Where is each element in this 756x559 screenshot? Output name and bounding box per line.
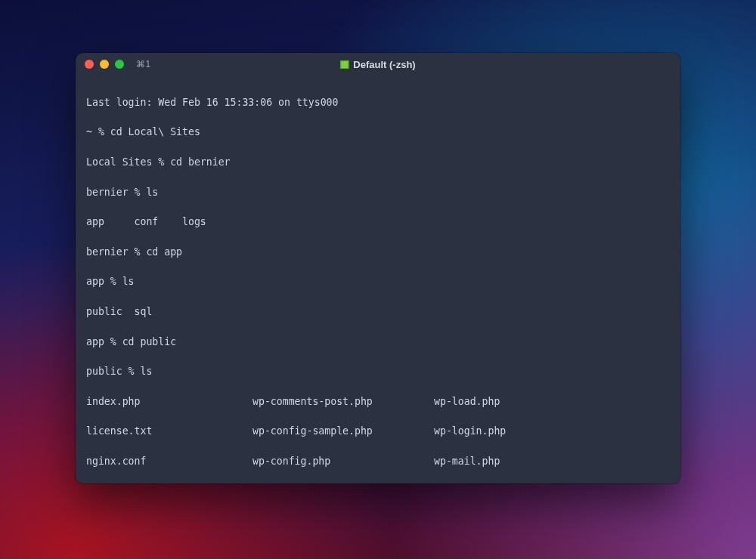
ls-row: nginx.confwp-config.phpwp-mail.php [86, 454, 670, 469]
output-line: Last login: Wed Feb 16 15:33:06 on ttys0… [86, 95, 670, 110]
maximize-icon[interactable] [115, 60, 124, 69]
output-line: Local Sites % cd bernier [86, 155, 670, 170]
window-title-text: Default (-zsh) [353, 59, 415, 70]
traffic-lights [85, 60, 124, 69]
terminal-output[interactable]: Last login: Wed Feb 16 15:33:06 on ttys0… [76, 76, 680, 483]
tab-indicator: ⌘1 [136, 59, 151, 69]
output-line: app % cd public [86, 335, 670, 350]
output-line: app % ls [86, 274, 670, 289]
close-icon[interactable] [85, 60, 94, 69]
terminal-window: ⌘1 Default (-zsh) Last login: Wed Feb 16… [76, 53, 680, 483]
terminal-icon [340, 60, 349, 69]
output-line: app conf logs [86, 215, 670, 230]
minimize-icon[interactable] [100, 60, 109, 69]
output-line: bernier % cd app [86, 245, 670, 260]
window-title: Default (-zsh) [340, 59, 415, 70]
output-line: public sql [86, 304, 670, 320]
window-titlebar[interactable]: ⌘1 Default (-zsh) [76, 53, 680, 76]
output-line: public % ls [86, 364, 670, 379]
output-line: ~ % cd Local\ Sites [86, 125, 670, 140]
ls-row: license.txtwp-config-sample.phpwp-login.… [86, 424, 670, 439]
ls-row: index.phpwp-comments-post.phpwp-load.php [86, 394, 670, 409]
output-line: bernier % ls [86, 185, 670, 200]
